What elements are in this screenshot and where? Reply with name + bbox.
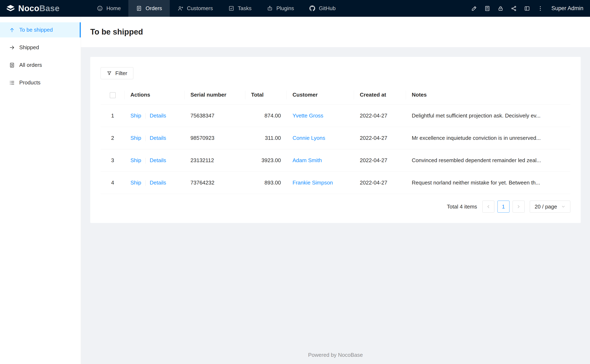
notes-cell: Mr excellence inquietude conviction is i… — [406, 127, 570, 149]
row-index: 1 — [101, 104, 125, 127]
nav-item-home[interactable]: Home — [89, 0, 128, 17]
main-nav: Home Orders Customers — [89, 0, 343, 17]
nav-item-tasks[interactable]: Tasks — [221, 0, 259, 17]
sidebar: To be shipped Shipped All orders — [0, 17, 81, 364]
customer-link[interactable]: Connie Lyons — [292, 135, 325, 141]
lock-icon[interactable] — [495, 3, 506, 14]
content-area: Filter Actions Serial number — [81, 47, 590, 364]
nav-item-label: Orders — [146, 5, 162, 12]
chevron-right-icon — [516, 204, 521, 209]
navbar-actions: Super Admin — [469, 0, 590, 17]
orders-icon — [136, 5, 142, 11]
row-actions: ShipDetails — [125, 172, 185, 194]
created-at-cell: 2022-04-27 — [354, 104, 406, 127]
details-link[interactable]: Details — [150, 112, 166, 119]
customer-link[interactable]: Adam Smith — [292, 157, 322, 163]
customer-cell: Yvette Gross — [287, 104, 354, 127]
sidebar-item-label: Shipped — [19, 44, 39, 51]
row-actions: ShipDetails — [125, 127, 185, 149]
share-icon[interactable] — [508, 3, 519, 14]
page-title: To be shipped — [90, 27, 143, 36]
details-link[interactable]: Details — [150, 180, 166, 186]
page-size-value: 20 / page — [535, 203, 557, 210]
sidebar-item-label: To be shipped — [19, 27, 53, 33]
table-row: 1 ShipDetails 75638347 874.00 Yvette Gro… — [101, 104, 570, 127]
logo-text-base: Base — [39, 4, 60, 13]
orders-card: Filter Actions Serial number — [90, 57, 581, 223]
sidebar-item-label: Products — [19, 79, 40, 86]
main-area: To be shipped Filter — [81, 17, 590, 364]
sidebar-item-shipped[interactable]: Shipped — [0, 40, 81, 55]
row-actions: ShipDetails — [125, 149, 185, 171]
highlighter-icon[interactable] — [469, 3, 480, 14]
row-index: 4 — [101, 172, 125, 194]
customer-cell: Adam Smith — [287, 149, 354, 171]
ship-link[interactable]: Ship — [130, 135, 141, 141]
logo-text-noco: Noco — [18, 4, 39, 13]
pagination-prev-button[interactable] — [482, 201, 494, 213]
page-size-select[interactable]: 20 / page — [530, 201, 570, 213]
nav-item-github[interactable]: GitHub — [302, 0, 343, 17]
nav-item-label: Plugins — [276, 5, 294, 12]
column-header-customer: Customer — [287, 85, 354, 104]
action-divider — [145, 136, 146, 141]
sidebar-item-all-orders[interactable]: All orders — [0, 58, 81, 73]
total-cell: 893.00 — [245, 172, 287, 194]
sidebar-item-to-be-shipped[interactable]: To be shipped — [0, 22, 81, 37]
nav-item-orders[interactable]: Orders — [128, 0, 170, 17]
user-menu[interactable]: Super Admin — [551, 5, 583, 12]
column-header-created: Created at — [354, 85, 406, 104]
customer-link[interactable]: Frankie Simpson — [292, 180, 333, 186]
serial-number-cell: 75638347 — [185, 104, 245, 127]
notes-cell: Convinced resembled dependent remainder … — [406, 149, 570, 171]
robot-icon — [267, 5, 273, 11]
pagination-next-button[interactable] — [513, 201, 524, 213]
table-row: 2 ShipDetails 98570923 311.00 Connie Lyo… — [101, 127, 570, 149]
filter-button[interactable]: Filter — [101, 67, 133, 79]
ship-link[interactable]: Ship — [130, 180, 141, 186]
nav-item-plugins[interactable]: Plugins — [259, 0, 302, 17]
ship-link[interactable]: Ship — [130, 157, 141, 163]
customer-link[interactable]: Yvette Gross — [292, 112, 323, 119]
customer-cell: Connie Lyons — [287, 127, 354, 149]
pagination-page-1[interactable]: 1 — [497, 201, 510, 213]
row-actions: ShipDetails — [125, 104, 185, 127]
pagination-total: Total 4 items — [447, 203, 477, 210]
customer-icon — [177, 5, 183, 11]
logo[interactable]: NocoBase — [0, 0, 81, 17]
action-divider — [145, 180, 146, 186]
calculator-icon[interactable] — [482, 3, 493, 14]
serial-number-cell: 98570923 — [185, 127, 245, 149]
select-all-checkbox[interactable] — [110, 92, 116, 98]
sidebar-item-label: All orders — [19, 62, 42, 68]
created-at-cell: 2022-04-27 — [354, 149, 406, 171]
table-header-row: Actions Serial number Total Customer Cre… — [101, 85, 570, 104]
nav-item-label: Tasks — [238, 5, 252, 12]
created-at-cell: 2022-04-27 — [354, 127, 406, 149]
table-row: 4 ShipDetails 73764232 893.00 Frankie Si… — [101, 172, 570, 194]
row-index: 2 — [101, 127, 125, 149]
ship-link[interactable]: Ship — [130, 112, 141, 119]
chevron-down-icon — [561, 205, 565, 209]
sidebar-item-products[interactable]: Products — [0, 75, 81, 90]
layout-icon[interactable] — [522, 3, 533, 14]
nav-item-label: Home — [106, 5, 121, 12]
powered-by-footer: Powered by NocoBase — [90, 344, 581, 364]
total-cell: 874.00 — [245, 104, 287, 127]
table-row: 3 ShipDetails 23132112 3923.00 Adam Smit… — [101, 149, 570, 171]
select-all-cell — [101, 85, 125, 104]
nav-item-customers[interactable]: Customers — [170, 0, 221, 17]
action-divider — [145, 158, 146, 164]
details-link[interactable]: Details — [150, 157, 166, 163]
total-cell: 3923.00 — [245, 149, 287, 171]
nav-item-label: Customers — [187, 5, 213, 12]
more-icon[interactable] — [535, 3, 546, 14]
action-divider — [145, 113, 146, 119]
nocobase-logo-icon — [6, 5, 15, 13]
details-link[interactable]: Details — [150, 135, 166, 141]
serial-number-cell: 23132112 — [185, 149, 245, 171]
column-header-actions: Actions — [125, 85, 185, 104]
smile-icon — [97, 5, 103, 11]
page-header: To be shipped — [81, 17, 590, 47]
arrow-right-icon — [9, 45, 15, 51]
